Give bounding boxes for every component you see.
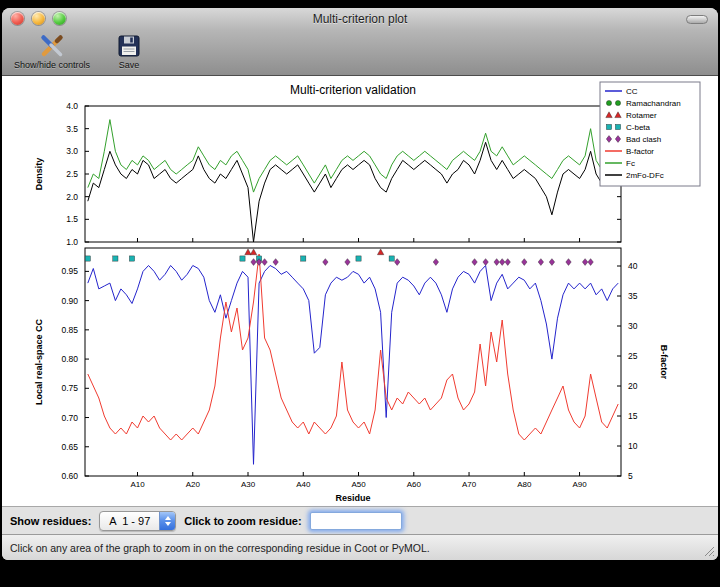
zoom-residue-input[interactable] (310, 512, 402, 530)
svg-text:A80: A80 (517, 480, 532, 489)
titlebar[interactable]: Multi-criterion plot (2, 8, 718, 30)
arrow-down-icon (165, 522, 171, 526)
svg-text:0.70: 0.70 (61, 413, 78, 423)
svg-text:CC: CC (626, 87, 638, 96)
resize-grip[interactable] (702, 544, 715, 557)
svg-text:2mFo-DFc: 2mFo-DFc (626, 171, 664, 180)
svg-text:B-factor: B-factor (626, 147, 654, 156)
save-label: Save (119, 60, 140, 70)
arrow-up-icon (165, 516, 171, 520)
toolbar: Show/hide controls Save (2, 30, 718, 76)
svg-text:4.0: 4.0 (66, 101, 78, 111)
svg-text:A50: A50 (351, 480, 366, 489)
svg-text:0.95: 0.95 (61, 266, 78, 276)
residue-range-select[interactable]: A 1 - 97 (99, 511, 176, 531)
svg-text:25: 25 (628, 351, 638, 361)
residue-axis-label: Residue (335, 493, 370, 503)
toolbar-toggle-button[interactable] (686, 15, 708, 24)
svg-text:0.90: 0.90 (61, 296, 78, 306)
svg-text:0.65: 0.65 (61, 442, 78, 452)
svg-text:0.60: 0.60 (61, 471, 78, 481)
screenshot-stage: Multi-criterion plot Show/hide controls (0, 0, 720, 587)
cc-axis-label: Local real-space CC (34, 318, 44, 405)
svg-text:35: 35 (628, 291, 638, 301)
chart-title: Multi-criterion validation (290, 83, 416, 97)
svg-text:0.80: 0.80 (61, 354, 78, 364)
svg-text:Fc: Fc (626, 159, 635, 168)
svg-text:1.5: 1.5 (66, 214, 78, 224)
svg-text:3.0: 3.0 (66, 146, 78, 156)
svg-text:C-beta: C-beta (626, 123, 651, 132)
svg-text:Bad clash: Bad clash (626, 135, 661, 144)
svg-text:15: 15 (628, 411, 638, 421)
svg-text:5: 5 (628, 471, 633, 481)
save-button[interactable]: Save (112, 32, 146, 71)
svg-text:A40: A40 (296, 480, 311, 489)
bfactor-axis-label: B-factor (659, 345, 669, 380)
svg-text:0.85: 0.85 (61, 325, 78, 335)
svg-text:2.0: 2.0 (66, 192, 78, 202)
svg-text:A30: A30 (241, 480, 256, 489)
show-hide-controls-label: Show/hide controls (14, 60, 90, 70)
svg-text:1.0: 1.0 (66, 237, 78, 247)
show-residues-label: Show residues: (10, 515, 91, 527)
svg-text:A60: A60 (407, 480, 422, 489)
svg-text:40: 40 (628, 261, 638, 271)
status-bar: Click on any area of the graph to zoom i… (2, 534, 718, 560)
multi-criterion-figure[interactable]: Multi-criterion validation1.01.52.02.53.… (2, 76, 718, 506)
plot-area: Multi-criterion validation1.01.52.02.53.… (2, 76, 718, 506)
svg-text:20: 20 (628, 381, 638, 391)
svg-text:A70: A70 (462, 480, 477, 489)
svg-text:10: 10 (628, 441, 638, 451)
window-title: Multi-criterion plot (2, 12, 718, 26)
density-axis-label: Density (34, 158, 44, 191)
svg-text:2.5: 2.5 (66, 169, 78, 179)
svg-text:A20: A20 (186, 480, 201, 489)
svg-text:A90: A90 (572, 480, 587, 489)
controls-row: Show residues: A 1 - 97 Click to zoom re… (2, 506, 718, 534)
svg-text:Ramachandran: Ramachandran (626, 99, 681, 108)
residue-range-value: A 1 - 97 (100, 512, 159, 530)
svg-text:3.5: 3.5 (66, 124, 78, 134)
svg-text:0.75: 0.75 (61, 383, 78, 393)
legend: CCRamachandranRotamerC-betaBad clashB-fa… (600, 82, 700, 186)
stepper-arrows-icon (159, 512, 175, 530)
svg-text:Rotamer: Rotamer (626, 111, 657, 120)
svg-text:30: 30 (628, 321, 638, 331)
zoom-residue-label: Click to zoom residue: (184, 515, 301, 527)
multi-criterion-plot-window: Multi-criterion plot Show/hide controls (2, 8, 718, 560)
floppy-disk-icon (116, 33, 142, 59)
status-text: Click on any area of the graph to zoom i… (10, 542, 430, 554)
show-hide-controls-button[interactable]: Show/hide controls (10, 32, 94, 71)
svg-text:A10: A10 (130, 480, 145, 489)
crossed-tools-icon (39, 33, 65, 59)
